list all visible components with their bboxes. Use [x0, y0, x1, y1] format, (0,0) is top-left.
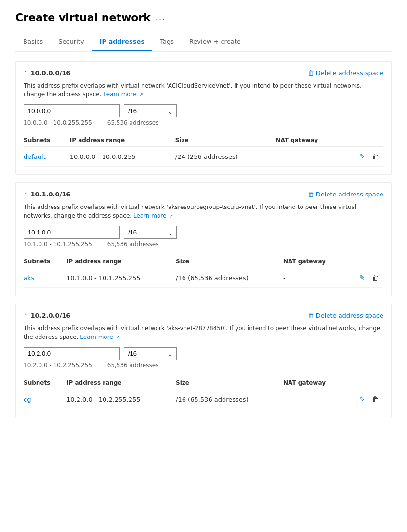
warning-text-3: This address prefix overlaps with virtua…	[24, 324, 383, 341]
external-link-icon-2: ↗	[169, 212, 173, 220]
page-title-container: Create virtual network ...	[15, 12, 392, 24]
external-link-icon-3: ↗	[116, 334, 120, 341]
col-subnets-3: Subnets	[24, 376, 66, 389]
cidr-select-wrapper-2: /16/17/18/19 /20/21/22/23/24	[124, 226, 177, 239]
trash-icon-3: 🗑	[308, 312, 314, 319]
delete-subnet-1-0[interactable]: 🗑	[371, 152, 380, 161]
subnet-size-1-0: /24 (256 addresses)	[175, 147, 276, 167]
delete-subnet-3-0[interactable]: 🗑	[371, 394, 380, 404]
table-row: default 10.0.0.0 - 10.0.0.255 /24 (256 a…	[24, 147, 383, 167]
ip-input-3[interactable]	[24, 347, 120, 360]
trash-icon-1: 🗑	[308, 69, 314, 77]
block-title-3: ⌃ 10.2.0.0/16	[24, 312, 70, 319]
page-ellipsis: ...	[156, 13, 166, 22]
col-subnets-1: Subnets	[24, 134, 70, 147]
block-title-2: ⌃ 10.1.0.0/16	[24, 191, 70, 198]
ip-range-info-2: 10.1.0.0 - 10.1.255.255 65,536 addresses	[24, 241, 383, 247]
col-size-2: Size	[176, 255, 283, 268]
address-space-2: ⌃ 10.1.0.0/16 🗑 Delete address space Thi…	[15, 182, 392, 296]
external-link-icon-1: ↗	[139, 91, 143, 98]
table-row: cg 10.2.0.0 - 10.2.255.255 /16 (65,536 a…	[24, 389, 383, 409]
action-icons-2-0: ✎ 🗑	[348, 273, 380, 283]
address-count-1: 65,536 addresses	[107, 119, 159, 126]
col-subnets-2: Subnets	[24, 255, 66, 268]
block-header-2: ⌃ 10.1.0.0/16 🗑 Delete address space	[24, 191, 383, 198]
subnet-table-3: Subnets IP address range Size NAT gatewa…	[24, 376, 383, 409]
col-nat-3: NAT gateway	[283, 376, 348, 389]
subnet-size-3-0: /16 (65,536 addresses)	[176, 389, 283, 409]
action-icons-1-0: ✎ 🗑	[345, 152, 380, 161]
tab-ip-addresses[interactable]: IP addresses	[92, 33, 153, 51]
ip-inputs-1: /16/17/18/19 /20/21/22/23/24	[24, 104, 383, 117]
address-space-1: ⌃ 10.0.0.0/16 🗑 Delete address space Thi…	[15, 61, 392, 175]
ip-range-2: 10.1.0.0 - 10.1.255.255	[24, 241, 92, 247]
ip-input-2[interactable]	[24, 226, 120, 239]
cidr-select-wrapper-3: /16/17/18/19 /20/21/22/23/24	[124, 347, 177, 360]
col-ip-range-2: IP address range	[66, 255, 176, 268]
subnet-name-2-0[interactable]: aks	[24, 268, 66, 288]
page-title: Create virtual network	[15, 12, 151, 24]
chevron-icon-3: ⌃	[24, 313, 27, 318]
ip-input-1[interactable]	[24, 104, 120, 117]
ip-range-info-1: 10.0.0.0 - 10.0.255.255 65,536 addresses	[24, 119, 383, 126]
subnet-range-2-0: 10.1.0.0 - 10.1.255.255	[66, 268, 176, 288]
tab-review-create[interactable]: Review + create	[182, 33, 249, 51]
ip-range-3: 10.2.0.0 - 10.2.255.255	[24, 362, 92, 369]
tab-basics[interactable]: Basics	[15, 33, 51, 51]
cidr-select-wrapper-1: /16/17/18/19 /20/21/22/23/24	[124, 104, 177, 117]
delete-address-space-3[interactable]: 🗑 Delete address space	[308, 312, 383, 319]
chevron-icon-2: ⌃	[24, 192, 27, 197]
block-header-3: ⌃ 10.2.0.0/16 🗑 Delete address space	[24, 312, 383, 319]
table-row: aks 10.1.0.0 - 10.1.255.255 /16 (65,536 …	[24, 268, 383, 288]
subnet-nat-2-0: -	[283, 268, 348, 288]
subnet-size-2-0: /16 (65,536 addresses)	[176, 268, 283, 288]
cidr-select-3[interactable]: /16/17/18/19 /20/21/22/23/24	[124, 347, 177, 360]
subnet-table-2: Subnets IP address range Size NAT gatewa…	[24, 255, 383, 288]
subnet-table-1: Subnets IP address range Size NAT gatewa…	[24, 134, 383, 167]
learn-more-2[interactable]: Learn more ↗	[133, 212, 173, 219]
tab-tags[interactable]: Tags	[152, 33, 182, 51]
edit-subnet-3-0[interactable]: ✎	[358, 394, 366, 404]
cidr-select-2[interactable]: /16/17/18/19 /20/21/22/23/24	[124, 226, 177, 239]
delete-address-space-1[interactable]: 🗑 Delete address space	[308, 69, 383, 77]
ip-range-1: 10.0.0.0 - 10.0.255.255	[24, 119, 92, 126]
address-space-3-header: 10.2.0.0/16	[30, 312, 70, 319]
col-size-3: Size	[176, 376, 283, 389]
subnet-nat-1-0: -	[276, 147, 345, 167]
block-title-1: ⌃ 10.0.0.0/16	[24, 69, 70, 77]
address-space-2-header: 10.1.0.0/16	[30, 191, 70, 198]
ip-inputs-3: /16/17/18/19 /20/21/22/23/24	[24, 347, 383, 360]
tab-security[interactable]: Security	[51, 33, 92, 51]
ip-range-info-3: 10.2.0.0 - 10.2.255.255 65,536 addresses	[24, 362, 383, 369]
learn-more-3[interactable]: Learn more ↗	[80, 334, 120, 340]
action-icons-3-0: ✎ 🗑	[348, 394, 380, 404]
cidr-select-1[interactable]: /16/17/18/19 /20/21/22/23/24	[124, 104, 177, 117]
block-header-1: ⌃ 10.0.0.0/16 🗑 Delete address space	[24, 69, 383, 77]
address-space-3: ⌃ 10.2.0.0/16 🗑 Delete address space Thi…	[15, 304, 392, 417]
delete-subnet-2-0[interactable]: 🗑	[371, 273, 380, 283]
address-count-2: 65,536 addresses	[107, 241, 159, 247]
subnet-range-1-0: 10.0.0.0 - 10.0.0.255	[70, 147, 175, 167]
chevron-icon-1: ⌃	[24, 70, 27, 76]
address-space-1-header: 10.0.0.0/16	[30, 69, 70, 77]
col-size-1: Size	[175, 134, 276, 147]
learn-more-1[interactable]: Learn more ↗	[103, 91, 143, 98]
tab-nav: Basics Security IP addresses Tags Review…	[15, 33, 392, 52]
subnet-nat-3-0: -	[283, 389, 348, 409]
trash-icon-2: 🗑	[308, 191, 314, 198]
subnet-name-1-0[interactable]: default	[24, 147, 70, 167]
col-ip-range-1: IP address range	[70, 134, 175, 147]
edit-subnet-1-0[interactable]: ✎	[358, 152, 366, 161]
warning-text-2: This address prefix overlaps with virtua…	[24, 203, 383, 220]
address-count-3: 65,536 addresses	[107, 362, 159, 369]
delete-address-space-2[interactable]: 🗑 Delete address space	[308, 191, 383, 198]
warning-text-1: This address prefix overlaps with virtua…	[24, 81, 383, 99]
subnet-name-3-0[interactable]: cg	[24, 389, 66, 409]
subnet-range-3-0: 10.2.0.0 - 10.2.255.255	[66, 389, 176, 409]
col-ip-range-3: IP address range	[66, 376, 176, 389]
col-nat-2: NAT gateway	[283, 255, 348, 268]
ip-inputs-2: /16/17/18/19 /20/21/22/23/24	[24, 226, 383, 239]
edit-subnet-2-0[interactable]: ✎	[358, 273, 366, 283]
col-nat-1: NAT gateway	[276, 134, 345, 147]
